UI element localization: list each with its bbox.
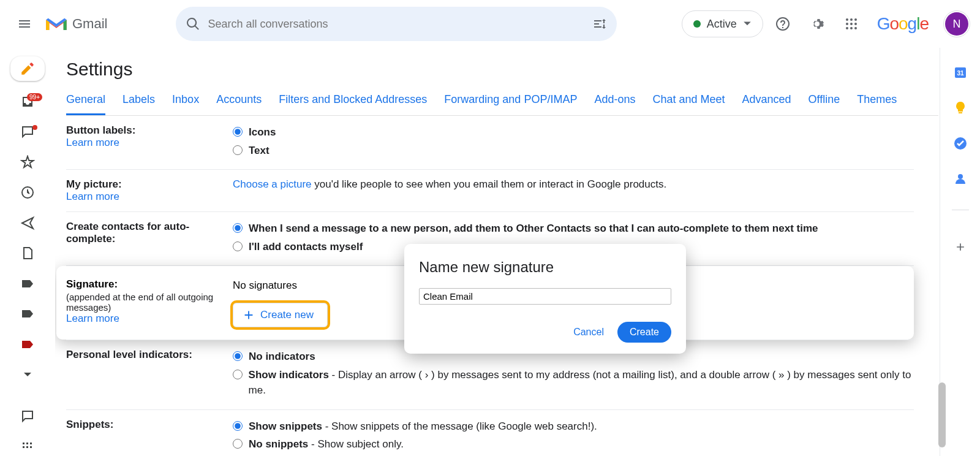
section-my-picture: My picture: Learn more Choose a picture … — [66, 169, 914, 211]
nav-category-3[interactable] — [14, 335, 41, 354]
calendar-icon[interactable]: 31 — [953, 65, 968, 80]
nav-chat[interactable] — [14, 123, 41, 142]
google-wordmark: Google — [877, 14, 929, 34]
radio-input[interactable] — [233, 127, 243, 137]
radio-no-snippets[interactable]: No snippets - Show subject only. — [233, 436, 914, 452]
modal-actions: Cancel Create — [419, 322, 671, 343]
tasks-icon[interactable] — [953, 136, 968, 151]
svg-rect-13 — [30, 443, 32, 444]
signature-name-input[interactable] — [419, 288, 671, 305]
tab-general[interactable]: General — [66, 93, 105, 115]
section-title: Create contacts for auto-complete: — [66, 221, 189, 245]
section-label: Button labels: Learn more — [66, 124, 233, 161]
radio-show-snippets[interactable]: Show snippets - Show snippets of the mes… — [233, 419, 914, 435]
apps-grid-icon — [844, 17, 859, 31]
nav-category-2[interactable] — [14, 305, 41, 324]
radio-input[interactable] — [233, 351, 243, 361]
radio-input[interactable] — [233, 223, 243, 233]
help-button[interactable] — [768, 9, 797, 39]
section-content: Choose a picture you'd like people to se… — [233, 178, 914, 203]
cancel-button[interactable]: Cancel — [565, 322, 612, 343]
side-divider — [952, 210, 969, 210]
section-label: Personal level indicators: — [66, 349, 233, 401]
contacts-icon[interactable] — [953, 172, 968, 186]
svg-rect-15 — [26, 446, 28, 448]
nav-snoozed[interactable] — [14, 183, 41, 203]
nav-keyboard[interactable] — [14, 437, 41, 456]
addons-button[interactable] — [947, 234, 974, 260]
svg-rect-16 — [30, 446, 32, 448]
tab-chat-meet[interactable]: Chat and Meet — [652, 93, 725, 115]
file-icon — [20, 246, 35, 260]
radio-show-indicators[interactable]: Show indicators - Display an arrow ( › )… — [233, 367, 914, 398]
status-chip[interactable]: Active — [682, 10, 763, 37]
settings-button[interactable] — [802, 9, 832, 39]
label-icon — [20, 306, 35, 321]
account-button[interactable]: N — [943, 10, 970, 37]
section-title: Signature: — [66, 278, 233, 291]
tab-accounts[interactable]: Accounts — [216, 93, 262, 115]
tab-labels[interactable]: Labels — [123, 93, 155, 115]
learn-more-link[interactable]: Learn more — [66, 137, 119, 148]
compose-button[interactable] — [10, 56, 45, 81]
svg-point-1 — [846, 18, 848, 21]
search-input[interactable] — [208, 18, 592, 31]
tab-forwarding[interactable]: Forwarding and POP/IMAP — [444, 93, 577, 115]
tab-advanced[interactable]: Advanced — [742, 93, 791, 115]
nav-starred[interactable] — [14, 153, 41, 172]
tab-inbox[interactable]: Inbox — [172, 93, 199, 115]
gmail-wordmark: Gmail — [72, 16, 107, 32]
tab-offline[interactable]: Offline — [809, 93, 840, 115]
nav-sent[interactable] — [14, 213, 41, 233]
learn-more-link[interactable]: Learn more — [66, 313, 119, 324]
svg-point-2 — [850, 18, 853, 21]
chevron-down-icon — [743, 20, 752, 28]
search-bar[interactable] — [176, 7, 617, 41]
modal-title: Name new signature — [419, 259, 671, 276]
status-label: Active — [707, 18, 737, 31]
nav-drafts[interactable] — [14, 244, 41, 264]
gmail-icon — [44, 15, 69, 33]
radio-input[interactable] — [233, 145, 243, 155]
choose-picture-link[interactable]: Choose a picture — [233, 178, 312, 190]
nav-category-1[interactable] — [14, 274, 41, 294]
svg-rect-11 — [23, 443, 24, 444]
create-button[interactable]: Create — [617, 322, 671, 343]
tab-filters[interactable]: Filters and Blocked Addresses — [279, 93, 427, 115]
label-icon — [20, 337, 35, 352]
create-new-button[interactable]: Create new — [233, 303, 328, 327]
signature-subtext: (appended at the end of all outgoing mes… — [66, 292, 233, 313]
section-content: Show snippets - Show snippets of the mes… — [233, 419, 914, 455]
keep-icon[interactable] — [953, 101, 968, 115]
nav-spaces[interactable] — [14, 406, 41, 426]
tab-themes[interactable]: Themes — [857, 93, 897, 115]
gmail-logo[interactable]: Gmail — [44, 15, 107, 33]
send-icon — [20, 216, 35, 230]
section-label: Snippets: — [66, 419, 233, 455]
left-nav-rail: 99+ — [0, 48, 55, 456]
radio-auto-add[interactable]: When I send a message to a new person, a… — [233, 221, 914, 237]
main-menu-button[interactable] — [10, 9, 39, 39]
nav-inbox[interactable]: 99+ — [14, 92, 41, 112]
help-icon — [775, 17, 790, 31]
section-content: Icons Text — [233, 124, 914, 161]
learn-more-link[interactable]: Learn more — [66, 191, 119, 202]
radio-input[interactable] — [233, 421, 243, 431]
section-snippets: Snippets: Show snippets - Show snippets … — [66, 409, 914, 457]
page-title: Settings — [66, 59, 938, 80]
nav-more[interactable] — [14, 365, 41, 385]
status-dot-icon — [693, 20, 701, 28]
svg-point-7 — [846, 27, 848, 29]
radio-input[interactable] — [233, 370, 243, 379]
svg-point-5 — [850, 23, 853, 25]
apps-button[interactable] — [837, 9, 866, 39]
radio-input[interactable] — [233, 439, 243, 449]
create-new-highlight: Create new — [233, 303, 328, 327]
radio-icons[interactable]: Icons — [233, 124, 914, 140]
tune-icon[interactable] — [592, 17, 607, 31]
radio-text[interactable]: Text — [233, 143, 914, 159]
scrollbar-thumb[interactable] — [938, 382, 946, 447]
picture-description: you'd like people to see when you email … — [312, 178, 667, 190]
radio-input[interactable] — [233, 241, 243, 251]
tab-addons[interactable]: Add-ons — [594, 93, 635, 115]
